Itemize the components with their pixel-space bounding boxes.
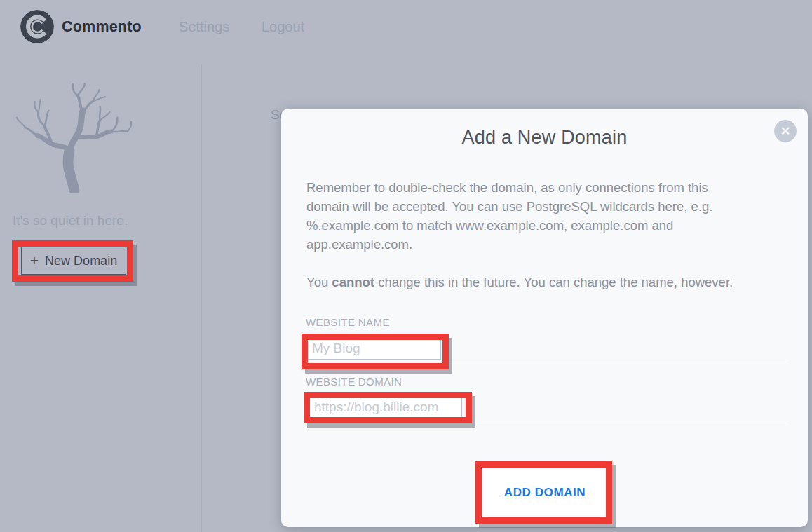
modal-description: Remember to double-check the domain, as … [306, 178, 776, 254]
plus-icon: + [30, 253, 39, 268]
website-name-field-group: WEBSITE NAME [306, 316, 787, 364]
add-domain-button[interactable]: ADD DOMAIN [484, 470, 606, 515]
close-button[interactable]: ✕ [774, 120, 797, 142]
website-domain-input[interactable] [309, 396, 462, 418]
bare-tree-illustration [15, 76, 133, 193]
commento-logo-icon[interactable] [20, 10, 54, 43]
modal-note: You cannot change this in the future. Yo… [306, 273, 790, 292]
close-icon: ✕ [780, 125, 790, 137]
sidebar-divider [201, 64, 202, 532]
brand-name: Commento [62, 18, 142, 36]
new-domain-button[interactable]: + New Domain [21, 247, 126, 275]
nav-link-settings[interactable]: Settings [179, 19, 229, 35]
website-name-label: WEBSITE NAME [306, 316, 787, 328]
top-navbar: Commento Settings Logout [0, 0, 812, 64]
add-domain-modal: Add a New Domain ✕ Remember to double-ch… [281, 109, 808, 527]
website-domain-field-group: WEBSITE DOMAIN [306, 376, 787, 421]
nav-link-logout[interactable]: Logout [262, 19, 304, 35]
website-name-input[interactable] [307, 336, 441, 360]
modal-note-bold: cannot [332, 275, 374, 289]
empty-state-message: It's so quiet in here. [13, 213, 128, 229]
website-domain-label: WEBSITE DOMAIN [306, 376, 787, 388]
new-domain-button-label: New Domain [45, 254, 117, 268]
modal-title: Add a New Domain [281, 127, 808, 149]
app-screen: Commento Settings Logout It's so quiet i… [0, 0, 812, 532]
